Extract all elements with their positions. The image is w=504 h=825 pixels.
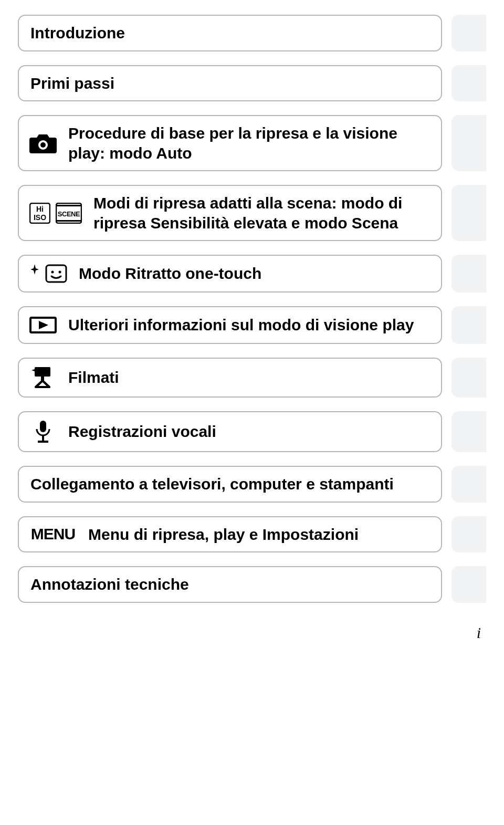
microphone-icon bbox=[29, 420, 57, 444]
toc-label: Modi di ripresa adatti alla scena: modo … bbox=[93, 193, 429, 233]
portrait-icons bbox=[29, 263, 67, 284]
side-tab bbox=[452, 115, 486, 171]
toc-pill: Annotazioni tecniche bbox=[18, 566, 442, 603]
side-tab bbox=[452, 358, 486, 398]
side-tab bbox=[452, 566, 486, 603]
toc-pill: Primi passi bbox=[18, 65, 442, 102]
toc-label: Introduzione bbox=[30, 23, 125, 43]
toc-label: Registrazioni vocali bbox=[68, 422, 216, 442]
svg-text:SCENE: SCENE bbox=[58, 210, 80, 218]
camera-icon bbox=[29, 132, 57, 154]
svg-point-1 bbox=[40, 142, 46, 148]
svg-point-11 bbox=[59, 271, 61, 274]
menu-text-icon: MENU bbox=[29, 525, 77, 543]
toc-pill: MENU Menu di ripresa, play e Impostazion… bbox=[18, 516, 442, 553]
toc-label: Procedure di base per la ripresa e la vi… bbox=[68, 123, 429, 163]
playback-icon bbox=[29, 315, 57, 336]
side-tab bbox=[452, 516, 486, 553]
toc-row-visione-play[interactable]: Ulteriori informazioni sul modo di visio… bbox=[18, 306, 486, 344]
sparkle-icon bbox=[29, 263, 40, 284]
svg-point-10 bbox=[51, 271, 54, 274]
side-tab bbox=[452, 411, 486, 452]
toc-row-procedure-base[interactable]: Procedure di base per la ripresa e la vi… bbox=[18, 115, 486, 171]
toc-row-filmati[interactable]: Filmati bbox=[18, 358, 486, 398]
side-tab bbox=[452, 185, 486, 241]
svg-rect-6 bbox=[56, 205, 81, 206]
svg-text:Hi: Hi bbox=[36, 205, 44, 213]
toc-row-modi-ripresa[interactable]: Hi ISO SCENE Modi di ripresa adatti alla… bbox=[18, 185, 486, 241]
toc-pill: Hi ISO SCENE Modi di ripresa adatti alla… bbox=[18, 185, 442, 241]
toc-row-annotazioni[interactable]: Annotazioni tecniche bbox=[18, 566, 486, 603]
toc-pill: Modo Ritratto one-touch bbox=[18, 255, 442, 293]
toc-row-ritratto[interactable]: Modo Ritratto one-touch bbox=[18, 255, 486, 293]
toc-pill: Procedure di base per la ripresa e la vi… bbox=[18, 115, 442, 171]
page-number: i bbox=[18, 624, 486, 642]
toc-pill: Registrazioni vocali bbox=[18, 411, 442, 452]
svg-text:ISO: ISO bbox=[34, 213, 46, 222]
face-icon bbox=[45, 263, 67, 284]
movie-camera-icon bbox=[29, 366, 57, 389]
side-tab bbox=[452, 15, 486, 51]
svg-rect-9 bbox=[46, 265, 66, 282]
scene-icon: SCENE bbox=[56, 203, 82, 224]
toc-label: Menu di ripresa, play e Impostazioni bbox=[88, 525, 359, 545]
toc-label: Ulteriori informazioni sul modo di visio… bbox=[68, 315, 414, 335]
toc-pill: Introduzione bbox=[18, 15, 442, 51]
hi-iso-icon: Hi ISO bbox=[29, 203, 50, 224]
side-tab bbox=[452, 255, 486, 293]
toc-label: Primi passi bbox=[30, 74, 114, 93]
toc-row-collegamento[interactable]: Collegamento a televisori, computer e st… bbox=[18, 466, 486, 503]
toc-pill: Ulteriori informazioni sul modo di visio… bbox=[18, 306, 442, 344]
toc-row-primi-passi[interactable]: Primi passi bbox=[18, 65, 486, 102]
toc-row-menu[interactable]: MENU Menu di ripresa, play e Impostazion… bbox=[18, 516, 486, 553]
toc-label: Annotazioni tecniche bbox=[30, 575, 189, 594]
svg-rect-13 bbox=[35, 367, 50, 377]
hi-iso-scene-icons: Hi ISO SCENE bbox=[29, 203, 82, 224]
svg-rect-16 bbox=[40, 421, 46, 432]
toc-label: Filmati bbox=[68, 368, 119, 388]
side-tab bbox=[452, 466, 486, 503]
toc-label: Collegamento a televisori, computer e st… bbox=[30, 474, 394, 494]
side-tab bbox=[452, 65, 486, 102]
side-tab bbox=[452, 306, 486, 344]
toc-pill: Filmati bbox=[18, 358, 442, 398]
svg-rect-7 bbox=[56, 220, 81, 222]
toc-row-introduzione[interactable]: Introduzione bbox=[18, 15, 486, 51]
svg-rect-17 bbox=[42, 435, 44, 441]
svg-rect-18 bbox=[38, 441, 48, 443]
toc-row-registrazioni[interactable]: Registrazioni vocali bbox=[18, 411, 486, 452]
toc-label: Modo Ritratto one-touch bbox=[79, 264, 261, 284]
toc-pill: Collegamento a televisori, computer e st… bbox=[18, 466, 442, 503]
